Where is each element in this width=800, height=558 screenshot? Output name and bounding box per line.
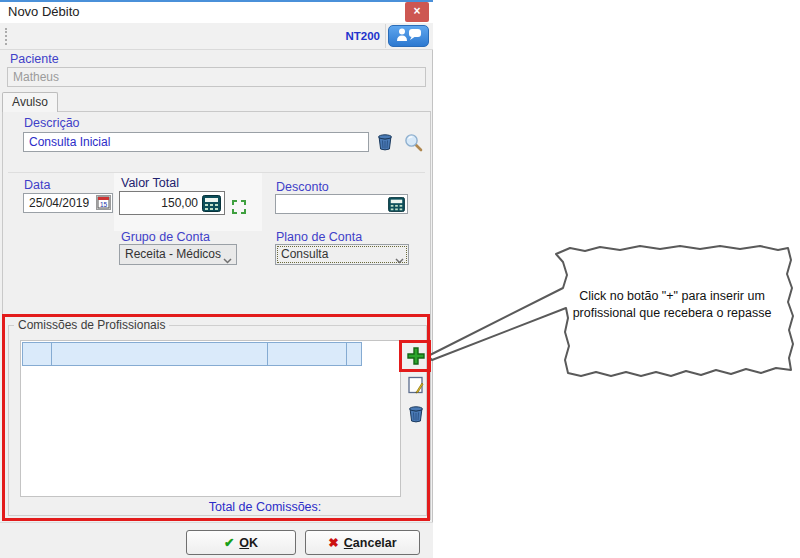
calendar-picker-button[interactable]: 15 — [96, 195, 111, 210]
person-chat-icon — [395, 31, 423, 46]
window-title: Novo Débito — [8, 4, 80, 19]
close-icon: × — [413, 4, 420, 18]
callout-line-1: Click no botão "+" para inserir um — [552, 288, 792, 305]
clear-description-button[interactable] — [375, 133, 395, 153]
toolbar-code-label: NT200 — [340, 30, 380, 42]
grupo-conta-value: Receita - Médicos — [125, 247, 221, 261]
cancel-label: C — [344, 536, 353, 550]
plano-conta-select[interactable]: Consulta — [275, 244, 409, 265]
data-value: 25/04/2019 — [29, 196, 89, 210]
ok-label-rest: K — [249, 536, 258, 550]
grid-header-row — [22, 342, 361, 366]
cancel-button[interactable]: ✖Cancelar — [305, 530, 420, 555]
close-button[interactable]: × — [405, 2, 429, 22]
patient-label: Paciente — [10, 52, 59, 66]
expand-value-button[interactable] — [231, 199, 247, 215]
grid-header-cell[interactable] — [346, 342, 362, 366]
trash-icon — [407, 411, 425, 426]
toolbar-separator — [385, 24, 386, 48]
valor-total-label: Valor Total — [121, 176, 179, 190]
novo-debito-dialog: Novo Débito × NT200 Paciente Math — [0, 0, 433, 558]
x-icon: ✖ — [328, 536, 338, 550]
total-commissions-label: Total de Comissões: — [165, 500, 365, 514]
data-label: Data — [24, 178, 50, 192]
valor-total-input[interactable]: 150,00 — [119, 191, 225, 215]
toolbar-grip-handle[interactable] — [5, 28, 8, 45]
cancel-label-rest: ancelar — [353, 536, 397, 550]
ok-button[interactable]: ✔OK — [186, 530, 296, 555]
commissions-grid[interactable] — [20, 340, 401, 497]
delete-commission-button[interactable] — [406, 405, 426, 425]
grupo-conta-select[interactable]: Receita - Médicos — [119, 244, 237, 265]
plano-conta-label: Plano de Conta — [276, 230, 362, 244]
check-icon: ✔ — [224, 536, 234, 550]
grid-header-cell[interactable] — [267, 342, 347, 366]
expand-arrows-icon — [231, 203, 247, 218]
plano-conta-value: Consulta — [281, 247, 328, 261]
tab-avulso[interactable]: Avulso — [2, 92, 58, 112]
trash-icon — [376, 139, 394, 154]
data-input[interactable]: 25/04/2019 15 — [23, 193, 113, 213]
search-icon — [404, 140, 423, 155]
chevron-down-icon — [223, 253, 232, 265]
title-bar: Novo Débito — [0, 2, 433, 23]
chevron-down-icon — [395, 253, 404, 265]
descricao-label: Descrição — [24, 116, 80, 130]
desconto-input[interactable] — [275, 194, 408, 214]
desconto-calculator-button[interactable] — [388, 197, 405, 212]
grupo-conta-label: Grupo de Conta — [121, 230, 210, 244]
calendar-icon: 15 — [97, 197, 110, 212]
commissions-legend: Comissões de Profissionais — [14, 318, 169, 332]
grid-header-cell[interactable] — [22, 342, 52, 366]
grid-header-cell[interactable] — [51, 342, 268, 366]
toolbar: NT200 — [0, 23, 433, 50]
calculator-icon — [202, 200, 221, 215]
svg-text:15: 15 — [100, 201, 108, 208]
valor-calculator-button[interactable] — [202, 195, 221, 212]
screenshot-canvas: Novo Débito × NT200 Paciente Math — [0, 0, 800, 558]
patient-contact-button[interactable] — [388, 25, 429, 47]
callout-text: Click no botão "+" para inserir um profi… — [552, 288, 792, 322]
dialog-button-bar: ✔OK ✖Cancelar — [0, 522, 433, 558]
search-description-button[interactable] — [403, 133, 423, 153]
patient-field[interactable]: Matheus — [7, 67, 426, 87]
desconto-label: Desconto — [276, 180, 329, 194]
ok-label: O — [239, 536, 249, 550]
descricao-input[interactable]: Consulta Inicial — [23, 132, 369, 152]
callout-line-2: profissional que recebera o repasse — [552, 305, 792, 322]
valor-total-value: 150,00 — [161, 196, 198, 210]
calculator-icon — [388, 200, 405, 214]
